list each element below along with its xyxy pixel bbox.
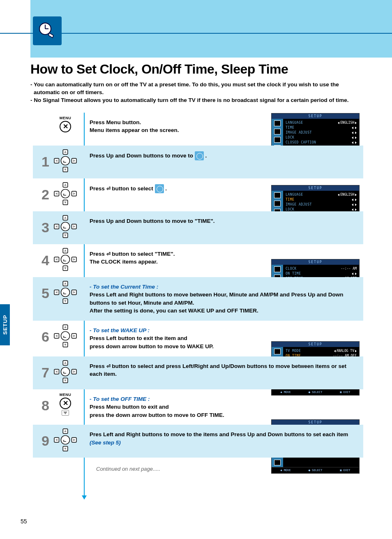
step-text-body: Press Menu button to exit and press the …: [90, 403, 360, 419]
dpad-icon: [49, 211, 81, 238]
step-text-part: button to select: [112, 185, 154, 191]
step-number: 9: [33, 425, 49, 449]
step-number: 3: [33, 211, 49, 236]
step-row: 6 - To set the WAKE UP : Press Left butt…: [33, 321, 363, 356]
step-text: Press ⏎ button to select and press Left/…: [81, 356, 363, 384]
step-text: Press ⏎ button to select .: [81, 178, 363, 199]
step-text-part: Press: [90, 185, 106, 191]
step-number: 5: [33, 277, 49, 301]
dpad-icon: [49, 178, 81, 206]
step-text-part: .: [205, 152, 207, 158]
osd-hint: ▣ EXIT: [340, 469, 350, 472]
enter-icon: ⏎: [106, 185, 111, 192]
svg-point-11: [61, 156, 69, 165]
intro-line: - No Signal Timeout allows you to automa…: [30, 97, 363, 104]
step-text-body: Press Left button to exit the item and p…: [90, 334, 360, 350]
step-subheading: - To set the OFF TIME :: [90, 395, 360, 403]
step-text-part: .: [165, 185, 167, 191]
step-text: - To set the Current Time : Press Left a…: [81, 277, 363, 321]
dpad-icon: [49, 356, 81, 384]
setup-inline-icon: [155, 184, 164, 193]
header-setup-icon: [33, 16, 62, 45]
step-subheading: - To set the Current Time :: [90, 283, 360, 291]
step-row: 1 Press Up and Down buttons to move to .: [33, 146, 363, 178]
menu-button-icon: MENU ✕: [49, 389, 81, 416]
step-text-part: Press: [90, 251, 105, 257]
step-row: 8 MENU ✕ - To set the OFF TIME : Press M…: [33, 389, 363, 425]
step-number: [33, 113, 49, 121]
step-text-part: button to select and press Left/Right an…: [90, 363, 346, 377]
step-row: 4 Press ⏎ button to select "TIME". The C…: [33, 244, 363, 277]
svg-point-47: [61, 288, 69, 296]
step-row: 7 Press ⏎ button to select and press Lef…: [33, 356, 363, 389]
svg-point-29: [61, 222, 69, 231]
osd-footer: ◆ MOVE● SELECT▣ EXIT: [272, 467, 359, 473]
step-text-part: Press: [90, 363, 105, 369]
enter-icon: ⏎: [106, 251, 111, 258]
dpad-icon: [49, 321, 81, 348]
close-icon: ✕: [60, 398, 71, 409]
step-row: 3 Press Up and Down buttons to move to "…: [33, 211, 363, 244]
down-arrow-icon: [62, 410, 69, 416]
svg-point-56: [61, 331, 69, 340]
step-text-part: Press Up and Down buttons to move to: [90, 152, 193, 158]
see-reference: (See step 5): [90, 440, 121, 446]
svg-point-74: [61, 436, 69, 444]
dpad-icon: [49, 244, 81, 271]
page-number: 55: [21, 518, 27, 525]
step-text: - To set the OFF TIME : Press Menu butto…: [81, 389, 363, 425]
menu-label: MENU: [60, 393, 71, 397]
step-row: MENU ✕ Press Menu button. Menu items app…: [33, 113, 363, 146]
dpad-icon: [49, 146, 81, 173]
step-text-body: Press Left and Right buttons to move bet…: [90, 291, 360, 315]
step-number: 6: [33, 321, 49, 345]
svg-point-38: [61, 255, 69, 264]
setup-inline-icon: [195, 151, 204, 160]
page-title: How to Set Clock, On/Off Time, Sleep Tim…: [30, 62, 363, 77]
intro-line: - You can automatically turn on or off t…: [30, 81, 363, 97]
step-row: 9 Pres Left and Right buttons to move to…: [33, 425, 363, 458]
step-number: 4: [33, 244, 49, 268]
step-text: - To set the WAKE UP : Press Left button…: [81, 321, 363, 356]
close-icon: ✕: [60, 121, 71, 132]
intro-text: - You can automatically turn on or off t…: [30, 81, 363, 104]
step-text: Press Menu button. Menu items appear on …: [81, 113, 363, 140]
step-number: 8: [33, 389, 49, 414]
step-number: 2: [33, 178, 49, 203]
menu-label: MENU: [60, 116, 71, 120]
osd-hint: ● SELECT: [309, 469, 323, 472]
svg-point-20: [61, 189, 69, 198]
enter-icon: ⏎: [106, 363, 111, 370]
dpad-icon: [49, 277, 81, 304]
step-text: Press Up and Down buttons to move to "TI…: [81, 211, 363, 231]
step-number: 7: [33, 356, 49, 381]
menu-button-icon: MENU ✕: [49, 113, 81, 132]
step-row: 5 - To set the Current Time : Press Left…: [33, 277, 363, 321]
step-text: Press ⏎ button to select "TIME". The CLO…: [81, 244, 363, 272]
step-text-part: Pres Left and Right buttons to move to t…: [90, 431, 348, 437]
step-text: Press Up and Down buttons to move to .: [81, 146, 363, 166]
svg-point-65: [61, 367, 69, 376]
step-subheading: - To set the WAKE UP :: [90, 326, 360, 335]
dpad-icon: [49, 425, 81, 452]
side-section-tab: SETUP: [0, 304, 10, 345]
osd-hint: ◆ MOVE: [280, 469, 291, 472]
step-row: 2 Press ⏎ button to select .: [33, 178, 363, 211]
step-text: Pres Left and Right buttons to move to t…: [81, 425, 363, 452]
step-number: 1: [33, 146, 49, 170]
